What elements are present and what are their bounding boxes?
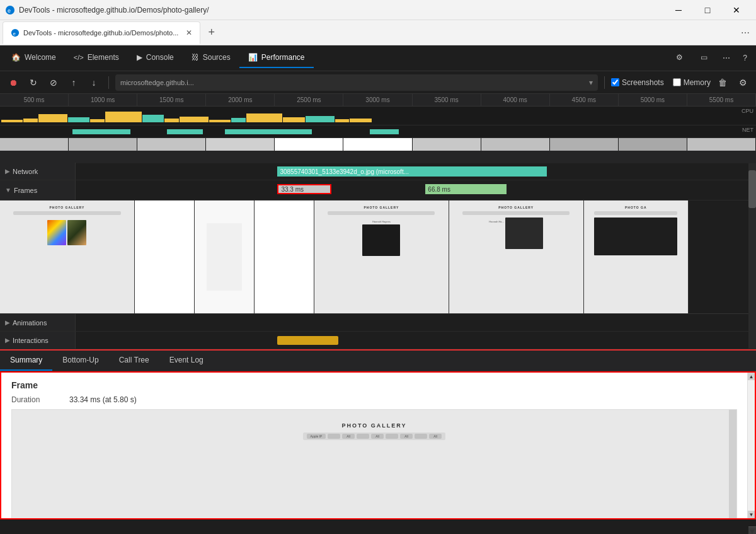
- tab-summary[interactable]: Summary: [0, 351, 52, 371]
- screenshot-5[interactable]: PHOTO GALLERY Hannah Haynes: [314, 200, 449, 313]
- browser-tab-bar: e DevTools - microsoftedge.github.io/Dem…: [0, 20, 756, 45]
- frame-section-title: Frame: [11, 380, 737, 390]
- browser-tab-main[interactable]: e DevTools - microsoftedge.github.io/Dem…: [3, 21, 200, 44]
- delete-recording-button[interactable]: 🗑: [714, 74, 731, 91]
- tab-performance[interactable]: 📊 Performance: [239, 48, 314, 68]
- frames-expand-icon[interactable]: ▼: [5, 187, 11, 194]
- tab-calltree[interactable]: Call Tree: [109, 351, 159, 371]
- fp-tb-item-4: [357, 434, 369, 439]
- edge-tab-icon: e: [11, 28, 20, 37]
- timeline-overview[interactable]: 500 ms 1000 ms 1500 ms 2000 ms 2500 ms 3…: [0, 93, 756, 150]
- network-bar[interactable]: 30855740301_5133e3942d_o.jpg (microsoft.…: [277, 166, 546, 177]
- reload-button[interactable]: ↻: [25, 74, 42, 91]
- summary-scroll-down[interactable]: ▼: [748, 511, 755, 518]
- url-dropdown-icon[interactable]: ▾: [589, 78, 593, 87]
- stop-button[interactable]: ⊘: [45, 74, 62, 91]
- bottom-tabs: Summary Bottom-Up Call Tree Event Log: [0, 349, 756, 371]
- import-button[interactable]: ↓: [86, 74, 102, 91]
- settings-icon[interactable]: ⚙: [667, 48, 692, 68]
- ss-thumb-11: [687, 138, 756, 151]
- tab-welcome-label: Welcome: [25, 53, 56, 62]
- screenshots-overview-strip: [0, 138, 756, 163]
- interactions-expand-icon[interactable]: ▶: [5, 337, 10, 344]
- ss-thumb-7: [413, 138, 481, 151]
- animations-label-text: Animations: [13, 319, 47, 327]
- performance-icon: 📊: [248, 53, 258, 62]
- tab-welcome[interactable]: 🏠 Welcome: [3, 48, 65, 68]
- close-button[interactable]: ✕: [722, 0, 751, 20]
- animations-label: ▶ Animations: [0, 314, 76, 331]
- frame-bar-1[interactable]: 33.3 ms: [277, 184, 331, 194]
- fp-tb-item-2: [328, 434, 340, 439]
- timeline-scrollbar[interactable]: ▲ ▼: [748, 150, 756, 349]
- fp-tb-item-7: All: [400, 434, 413, 439]
- url-text: microsoftedge.github.i...: [120, 79, 585, 86]
- record-button[interactable]: ⏺: [5, 74, 21, 91]
- minimize-button[interactable]: ─: [664, 0, 693, 20]
- net-label: NET: [742, 127, 753, 133]
- duration-label: Duration: [11, 395, 62, 404]
- screenshots-checkbox[interactable]: Screenshots: [611, 78, 664, 87]
- screenshot-4[interactable]: [255, 200, 314, 313]
- frame2-label: 66.8 ms: [428, 186, 450, 193]
- screenshots-strip: PHOTO GALLERY: [0, 200, 748, 314]
- maximize-button[interactable]: □: [693, 0, 722, 20]
- ss6-title: PHOTO GALLERY: [498, 206, 534, 209]
- screenshot-1[interactable]: PHOTO GALLERY: [0, 200, 135, 313]
- frames-track: ▼ Frames 33.3 ms 66.8 ms: [0, 180, 748, 200]
- network-label-text: Network: [13, 168, 38, 175]
- scroll-thumb[interactable]: [748, 170, 756, 208]
- toolbar-separator: [108, 76, 109, 89]
- capture-settings-button[interactable]: ⚙: [735, 74, 751, 91]
- frame-preview-scrollbar[interactable]: [729, 410, 736, 518]
- devtools-more-button[interactable]: ⋯: [716, 49, 736, 67]
- mark-500: 500 ms: [0, 94, 69, 106]
- animations-expand-icon[interactable]: ▶: [5, 319, 10, 326]
- mark-1500: 1500 ms: [137, 94, 206, 106]
- mark-1000: 1000 ms: [69, 94, 137, 106]
- cpu-label: CPU: [742, 108, 753, 114]
- network-expand-icon[interactable]: ▶: [5, 168, 10, 175]
- mark-4500: 4500 ms: [550, 94, 619, 106]
- frames-label-text: Frames: [14, 187, 37, 194]
- ss-thumb-2: [69, 138, 137, 151]
- svg-text:e: e: [13, 30, 16, 36]
- frame-preview: PHOTO GALLERY Apple IP All All All: [11, 409, 737, 518]
- devtools-help-button[interactable]: ?: [736, 49, 753, 67]
- fp-tb-item-5: All: [371, 434, 384, 439]
- memory-checkbox[interactable]: Memory: [673, 78, 711, 87]
- network-track: ▶ Network 30855740301_5133e3942d_o.jpg (…: [0, 163, 748, 180]
- screenshots-label: Screenshots: [622, 78, 664, 87]
- frame-preview-toolbar: Apple IP All All All All: [303, 432, 445, 440]
- screenshot-2[interactable]: [135, 200, 195, 313]
- tab-bottomup[interactable]: Bottom-Up: [52, 351, 108, 371]
- device-icon[interactable]: ▭: [692, 48, 716, 68]
- tab-more-button[interactable]: ⋯: [737, 28, 753, 38]
- screenshot-7[interactable]: PHOTO GA: [584, 200, 689, 313]
- tab-console[interactable]: ▶ Console: [128, 48, 183, 68]
- clear-button[interactable]: ↑: [66, 74, 82, 91]
- screenshot-3[interactable]: [195, 200, 255, 313]
- ss-thumb-8: [481, 138, 550, 151]
- tab-eventlog[interactable]: Event Log: [159, 351, 214, 371]
- fp-tb-item-3: All: [342, 434, 355, 439]
- ss-thumb-10: [619, 138, 687, 151]
- animations-track: ▶ Animations: [0, 314, 748, 332]
- animations-content: [76, 314, 748, 331]
- tab-title: DevTools - microsoftedge.github.io/Demos…: [23, 29, 178, 37]
- tab-close-icon[interactable]: ✕: [186, 28, 192, 37]
- mark-5000: 5000 ms: [619, 94, 687, 106]
- frame1-label: 33.3 ms: [281, 186, 304, 193]
- frame-bar-2[interactable]: 66.8 ms: [425, 184, 506, 194]
- summary-scrollbar[interactable]: ▲ ▼: [747, 373, 755, 518]
- summary-scroll-up[interactable]: ▲: [748, 373, 755, 380]
- ss5-toolbar: [328, 211, 435, 215]
- new-tab-button[interactable]: +: [202, 26, 221, 39]
- scroll-down-button[interactable]: ▼: [748, 526, 756, 534]
- tab-sources-label: Sources: [203, 53, 231, 62]
- tab-sources[interactable]: ⛓ Sources: [183, 48, 239, 68]
- screenshot-6[interactable]: PHOTO GALLERY Hannah Ha...: [449, 200, 584, 313]
- tab-elements[interactable]: </> Elements: [65, 48, 128, 68]
- interactions-track: ▶ Interactions: [0, 332, 748, 349]
- tab-performance-label: Performance: [261, 53, 305, 62]
